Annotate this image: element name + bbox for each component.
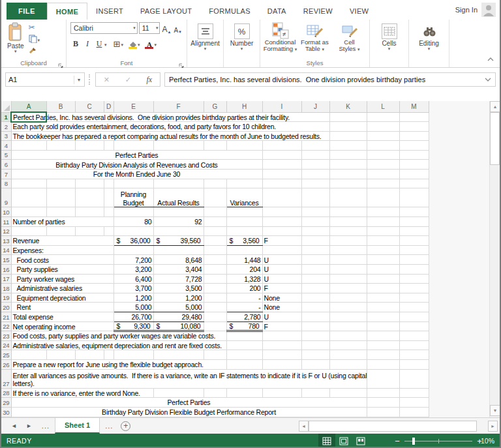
italic-button[interactable]: I [82,37,93,49]
cell-M11[interactable] [399,217,429,227]
cell-M24[interactable] [399,340,429,350]
cell-D12[interactable] [104,226,114,236]
cell-G20[interactable] [204,303,226,312]
format-painter-button[interactable] [29,45,40,54]
cell-A11[interactable]: Number of parties [11,217,114,227]
cell-K2[interactable] [329,122,367,132]
cell-M1[interactable] [399,112,429,122]
cell-J19[interactable] [301,293,329,303]
cell-H22[interactable]: $780 [226,321,262,331]
new-sheet-button[interactable]: + [121,421,130,431]
zoom-slider[interactable]: − + [393,434,484,448]
cell-F16[interactable]: 3,404 [153,265,204,275]
cell-L22[interactable] [367,321,399,331]
scroll-down-icon[interactable]: ▼ [490,405,500,416]
cell-A18[interactable]: Administrative salaries [11,284,114,293]
column-header-M[interactable]: M [399,101,429,112]
cell-F18[interactable]: 3,500 [153,284,204,293]
row-header-13[interactable]: 13 [1,236,11,246]
cell-J23[interactable] [301,331,329,341]
cell-M17[interactable] [399,274,429,284]
tab-file[interactable]: FILE [7,3,47,20]
column-header-J[interactable]: J [301,101,329,112]
row-header-19[interactable]: 19 [1,293,11,303]
cell-M13[interactable] [399,236,429,246]
cell-L2[interactable] [367,122,399,132]
cell-D8[interactable] [104,179,114,188]
column-header-G[interactable]: G [204,101,226,112]
tab-page-layout[interactable]: PAGE LAYOUT [132,3,200,20]
cell-M15[interactable] [399,255,429,265]
cell-E21[interactable]: 26,700 [114,312,153,321]
row-header-8[interactable]: 8 [1,179,11,188]
cell-A2[interactable]: Each party sold provides entertainment, … [11,122,329,132]
cell-L3[interactable] [367,131,399,141]
alignment-button[interactable]: Alignment [187,23,223,51]
cell-L21[interactable] [367,312,399,321]
cell-J9[interactable] [301,188,329,207]
cell-L11[interactable] [367,217,399,227]
cell-J25[interactable] [301,350,329,360]
cell-E18[interactable]: 3,700 [114,284,153,293]
format-as-table-button[interactable]: Format asTable ▾ [297,22,332,53]
cell-A24[interactable]: Administrative salaries, equipment depre… [11,340,226,350]
cell-F9[interactable]: Actual Results [153,188,204,207]
cell-F11[interactable]: 92 [153,217,204,227]
cell-L28[interactable] [367,388,399,398]
number-button[interactable]: % Number [224,23,260,51]
cell-A8[interactable] [11,179,46,188]
cell-G17[interactable] [204,274,226,284]
cell-L16[interactable] [367,265,399,275]
row-header-4[interactable]: 4 [1,141,11,151]
formula-bar-expand-icon[interactable] [469,72,491,87]
cell-D4[interactable] [104,141,114,151]
cell-M18[interactable] [399,284,429,293]
cell-L20[interactable] [367,303,399,312]
cell-F20[interactable]: 5,000 [153,303,204,312]
cell-L9[interactable] [367,188,399,207]
cell-C10[interactable] [75,207,104,217]
cell-L18[interactable] [367,284,399,293]
cell-M23[interactable] [399,331,429,341]
cell-J28[interactable] [301,388,329,398]
cell-L5[interactable] [367,150,399,160]
cell-G9[interactable] [204,188,226,207]
cell-H26[interactable] [226,359,262,369]
cell-J12[interactable] [301,226,329,236]
row-header-30[interactable]: 30 [1,407,11,417]
tab-home[interactable]: HOME [47,3,87,20]
cell-K25[interactable] [329,350,367,360]
cell-K5[interactable] [329,150,367,160]
tab-review[interactable]: REVIEW [295,3,341,20]
row-header-28[interactable]: 28 [1,388,11,398]
formula-bar-drag-handle[interactable] [89,74,91,85]
prev-sheet-icon[interactable]: ◄ [7,423,22,429]
cell-J11[interactable] [301,217,329,227]
column-header-I[interactable]: I [262,101,301,112]
cell-H12[interactable] [226,226,262,236]
cell-E22[interactable]: $9,300 [114,321,153,331]
font-color-button[interactable]: A [144,37,157,49]
cell-K19[interactable] [329,293,367,303]
grow-font-button[interactable]: A▲ [161,22,172,34]
cell-I28[interactable] [262,388,301,398]
cell-J15[interactable] [301,255,329,265]
cell-I12[interactable] [262,226,301,236]
column-header-L[interactable]: L [367,101,399,112]
cell-J26[interactable] [301,359,329,369]
cell-C12[interactable] [75,226,104,236]
cell-G22[interactable] [204,321,226,331]
cell-H17[interactable]: 1,328 [226,274,262,284]
column-header-A[interactable]: A [11,101,46,112]
cell-I11[interactable] [262,217,301,227]
cell-L27[interactable] [367,369,399,388]
scroll-right-icon[interactable]: ► [488,421,498,432]
cell-G18[interactable] [204,284,226,293]
cell-K22[interactable] [329,321,367,331]
row-header-12[interactable]: 12 [1,226,11,236]
cell-H19[interactable]: - [226,293,262,303]
insert-function-icon[interactable]: fx [147,75,153,85]
cell-J6[interactable] [301,160,329,170]
cell-M25[interactable] [399,350,429,360]
paste-button[interactable]: Paste [4,22,27,54]
